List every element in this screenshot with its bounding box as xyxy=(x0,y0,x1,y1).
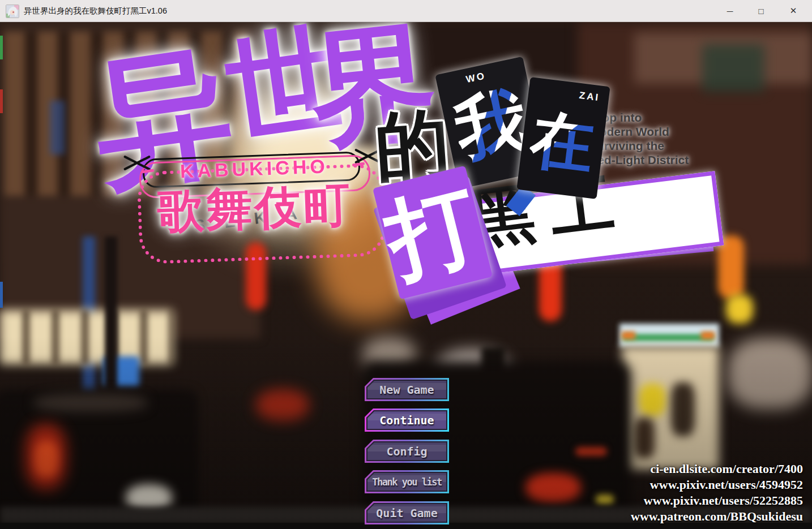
tagline-line: modern World xyxy=(589,124,736,139)
window-titlebar: 异世界出身的我在歌舞伎町打黑工v1.06 ─ □ ✕ xyxy=(0,0,812,22)
link-patreon: www.patreon.com/BBQsukidesu xyxy=(631,509,803,524)
zai-label: ZAI xyxy=(579,90,601,104)
menu-button-label: Continue xyxy=(379,414,434,427)
link-pixiv-1: www.pixiv.net/users/4594952 xyxy=(631,477,803,493)
link-pixiv-2: www.pixiv.net/users/52252885 xyxy=(631,493,803,509)
game-window: 异世界出身的我在歌舞伎町打黑工v1.06 ─ □ ✕ xyxy=(0,0,812,529)
tagline-line: Surviving the xyxy=(589,139,736,153)
menu-button-label: Thank you list xyxy=(372,476,441,488)
logo-kabukicho-cn: 歌舞伎町 xyxy=(157,181,353,234)
app-icon xyxy=(6,5,19,18)
menu-button-config[interactable]: Config xyxy=(365,440,449,463)
tagline: Drop into modern World Surviving the Red… xyxy=(589,110,736,167)
logo-zai-char: 在 xyxy=(526,101,599,184)
tagline-line: Drop into xyxy=(589,110,736,124)
tagline-line: Red-Light District xyxy=(589,153,736,167)
menu-button-label: New Game xyxy=(379,383,434,397)
logo-zai-card: ZAI 在 xyxy=(516,77,610,199)
game-viewport: 异 世 界 ISEKAI KABUKICHO 歌舞伎町 的 WO 我 ZAI xyxy=(0,21,812,529)
logo-da-char: 打 xyxy=(378,178,487,287)
maximize-button[interactable]: □ xyxy=(748,0,774,21)
close-button[interactable]: ✕ xyxy=(780,0,806,21)
menu-button-continue[interactable]: Continue xyxy=(365,408,449,432)
menu-button-quit-game[interactable]: Quit Game xyxy=(365,501,449,524)
link-dlsite: ci-en.dlsite.com/creator/7400 xyxy=(631,461,803,477)
window-title: 异世界出身的我在歌舞伎町打黑工v1.06 xyxy=(24,0,167,21)
menu-button-label: Config xyxy=(386,445,427,458)
minimize-button[interactable]: ─ xyxy=(717,0,743,21)
menu-button-label: Quit Game xyxy=(376,506,437,520)
menu-button-thank-you-list[interactable]: Thank you list xyxy=(365,470,449,493)
author-links: ci-en.dlsite.com/creator/7400 www.pixiv.… xyxy=(631,461,803,524)
menu-button-new-game[interactable]: New Game xyxy=(365,378,449,401)
